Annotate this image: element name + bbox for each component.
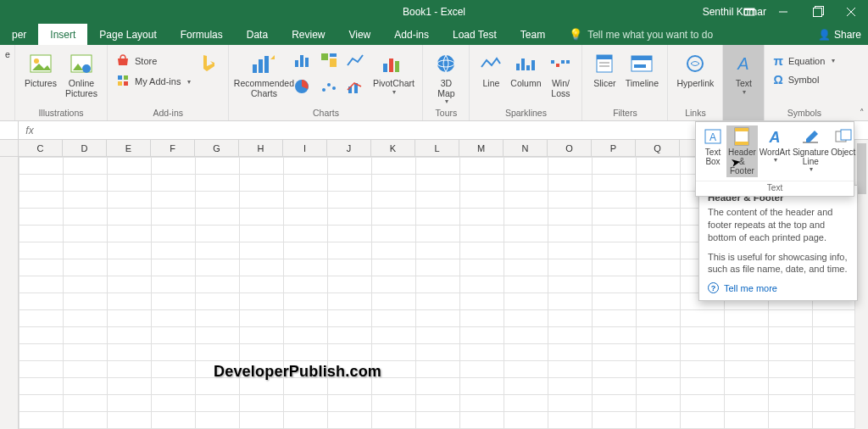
tab-partial[interactable]: per — [0, 24, 38, 45]
scrollbar-thumb[interactable] — [857, 143, 866, 194]
svg-text:A: A — [737, 54, 749, 73]
hierarchy-chart-icon[interactable] — [320, 52, 343, 75]
pie-chart-icon[interactable] — [293, 78, 317, 102]
recommended-charts-button[interactable]: Recommended Charts — [234, 48, 293, 98]
group-addins: Store My Add-ins ▾ Add-ins — [108, 45, 229, 120]
chevron-down-icon: ▾ — [392, 89, 396, 97]
svg-rect-37 — [551, 60, 554, 64]
recommended-charts-icon — [250, 50, 277, 77]
sparkline-winloss-button[interactable]: Win/ Loss — [544, 48, 576, 98]
title-bar: Book1 - Excel Senthil Kumar — [0, 0, 868, 24]
tab-addins[interactable]: Add-ins — [382, 24, 441, 45]
col-header[interactable]: C — [19, 140, 63, 156]
name-box[interactable] — [0, 121, 19, 139]
svg-rect-10 — [124, 75, 128, 80]
tell-me-search[interactable]: 💡 Tell me what you want to do — [569, 24, 713, 45]
equation-button[interactable]: πEquation▾ — [773, 53, 835, 68]
svg-rect-20 — [330, 53, 337, 57]
timeline-button[interactable]: Timeline — [621, 48, 662, 89]
tab-insert[interactable]: Insert — [38, 24, 87, 45]
tab-load-test[interactable]: Load Test — [441, 24, 509, 45]
col-header[interactable]: N — [504, 140, 548, 156]
tab-formulas[interactable]: Formulas — [169, 24, 235, 45]
svg-rect-34 — [521, 58, 525, 70]
partial-button[interactable]: e — [5, 48, 10, 60]
3d-map-button[interactable]: 3D Map▾ — [428, 48, 464, 106]
tab-view[interactable]: View — [337, 24, 382, 45]
group-label-addins: Add-ins — [108, 108, 228, 120]
svg-rect-12 — [124, 81, 128, 86]
col-header[interactable]: D — [63, 140, 107, 156]
svg-rect-42 — [597, 55, 612, 59]
window-title: Book1 - Excel — [403, 6, 465, 18]
hyperlink-button[interactable]: Hyperlink — [673, 48, 717, 89]
line-chart-icon[interactable] — [346, 52, 370, 75]
col-header[interactable]: H — [239, 140, 283, 156]
share-icon: 👤 — [818, 29, 831, 41]
share-button[interactable]: 👤 Share — [818, 24, 861, 45]
wordart-button[interactable]: A WordArt▾ — [758, 125, 793, 177]
col-header[interactable]: L — [415, 140, 459, 156]
col-header[interactable]: F — [151, 140, 195, 156]
svg-rect-54 — [735, 142, 748, 145]
group-symbols: πEquation▾ ΩSymbol Symbols — [765, 45, 843, 120]
col-header[interactable]: I — [283, 140, 327, 156]
chevron-down-icon: ▾ — [187, 78, 191, 86]
text-gallery-dropdown: A Text Box Header & Footer A WordArt▾ Si… — [695, 121, 854, 197]
pictures-button[interactable]: Pictures — [20, 48, 61, 89]
col-header[interactable]: K — [371, 140, 415, 156]
equation-icon: π — [773, 53, 782, 68]
collapse-ribbon-icon[interactable]: ˄ — [860, 108, 865, 119]
store-button[interactable]: Store — [116, 53, 191, 69]
slicer-icon — [591, 50, 618, 77]
row-headers[interactable] — [0, 157, 19, 429]
text-box-button[interactable]: A Text Box — [699, 125, 726, 177]
ribbon-options-icon[interactable] — [732, 0, 766, 24]
restore-button[interactable] — [800, 0, 834, 24]
tab-data[interactable]: Data — [235, 24, 280, 45]
mouse-cursor-icon: ➤ — [730, 154, 743, 170]
col-header[interactable]: M — [459, 140, 504, 156]
svg-rect-53 — [735, 128, 748, 131]
scatter-chart-icon[interactable] — [320, 78, 343, 102]
combo-chart-icon[interactable] — [346, 78, 370, 102]
col-header[interactable]: G — [195, 140, 239, 156]
my-addins-button[interactable]: My Add-ins ▾ — [116, 74, 191, 89]
sparkline-column-button[interactable]: Column — [507, 48, 544, 89]
col-header[interactable]: Q — [636, 140, 680, 156]
sparkline-line-button[interactable]: Line — [475, 48, 507, 89]
fx-label[interactable]: fx — [19, 125, 41, 136]
select-all-corner[interactable] — [0, 140, 19, 156]
online-pictures-button[interactable]: Online Pictures — [61, 48, 102, 98]
slicer-button[interactable]: Slicer — [587, 48, 621, 89]
close-button[interactable] — [834, 0, 868, 24]
svg-text:A: A — [709, 131, 716, 143]
svg-rect-14 — [259, 59, 263, 73]
col-header[interactable]: P — [592, 140, 636, 156]
watermark-text: DeveloperPublish.com — [214, 363, 381, 381]
object-button[interactable]: Object — [829, 125, 857, 177]
col-header[interactable]: E — [107, 140, 151, 156]
ribbon: e Pictures Online Pictures Illustrations… — [0, 45, 868, 121]
tell-me-more-link[interactable]: ? Tell me more — [708, 282, 849, 293]
bing-icon — [195, 50, 222, 77]
signature-line-button[interactable]: Signature Line▾ — [792, 125, 829, 177]
tab-page-layout[interactable]: Page Layout — [87, 24, 168, 45]
bing-button[interactable] — [194, 48, 223, 79]
share-label: Share — [834, 29, 861, 41]
column-chart-icon[interactable] — [293, 52, 317, 75]
svg-rect-19 — [321, 53, 328, 60]
pivotchart-button[interactable]: PivotChart▾ — [370, 48, 417, 96]
group-label-illustrations: Illustrations — [15, 108, 107, 120]
svg-rect-13 — [253, 64, 257, 73]
symbol-button[interactable]: ΩSymbol — [773, 73, 835, 86]
group-label-sparklines: Sparklines — [470, 108, 581, 120]
tab-review[interactable]: Review — [280, 24, 337, 45]
svg-rect-38 — [556, 64, 559, 67]
minimize-button[interactable] — [766, 0, 800, 24]
svg-rect-33 — [516, 64, 520, 70]
tab-team[interactable]: Team — [509, 24, 557, 45]
text-dropdown-button[interactable]: AText▾ — [728, 48, 759, 96]
col-header[interactable]: J — [327, 140, 371, 156]
col-header[interactable]: O — [548, 140, 592, 156]
